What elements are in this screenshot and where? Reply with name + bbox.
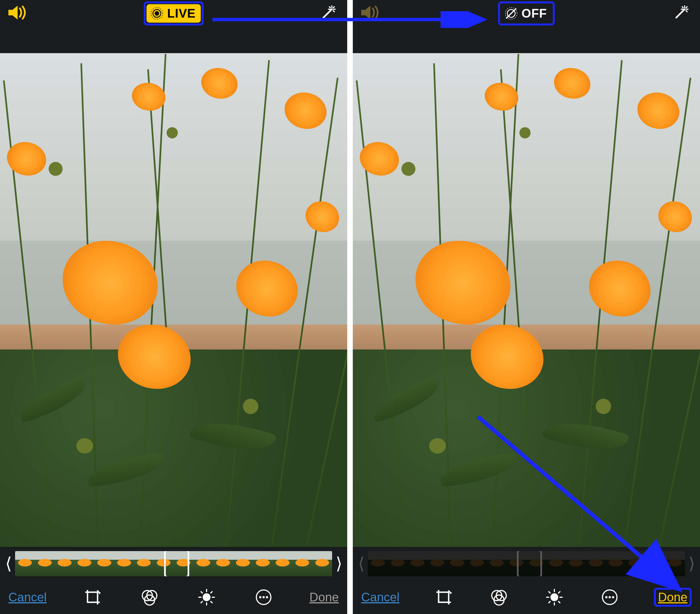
timeline-next-button[interactable]: ⟩ <box>333 551 345 576</box>
filters-button[interactable] <box>138 586 161 609</box>
svg-line-22 <box>211 592 212 593</box>
live-photo-toggle[interactable]: OFF <box>501 4 552 23</box>
svg-point-15 <box>203 593 211 601</box>
svg-point-25 <box>259 596 261 598</box>
timeline-prev-button: ⟨ <box>355 551 367 576</box>
timeline-strip <box>368 551 685 576</box>
cancel-button[interactable]: Cancel <box>8 590 47 604</box>
svg-line-48 <box>549 592 550 593</box>
speaker-icon <box>360 4 382 21</box>
adjust-dial-icon <box>198 588 215 606</box>
live-photo-off-icon <box>504 7 518 21</box>
svg-line-23 <box>201 601 202 603</box>
svg-line-37 <box>686 11 687 12</box>
bottom-toolbar: Cancel <box>0 580 347 614</box>
magic-wand-icon <box>316 5 336 25</box>
svg-line-31 <box>507 9 516 18</box>
live-photo-icon <box>150 7 164 21</box>
more-icon <box>601 588 618 606</box>
timeline-prev-button[interactable]: ⟨ <box>3 551 14 576</box>
more-button[interactable] <box>599 586 621 609</box>
live-label: OFF <box>522 7 547 21</box>
speaker-icon <box>7 4 29 21</box>
svg-marker-28 <box>361 5 371 20</box>
svg-line-50 <box>559 592 560 593</box>
done-button[interactable]: Done <box>310 590 339 604</box>
crop-icon <box>84 588 101 606</box>
live-toggle-highlight: OFF <box>498 1 555 25</box>
svg-point-43 <box>550 593 558 601</box>
auto-enhance-button[interactable] <box>669 5 689 25</box>
bottom-toolbar: Cancel <box>353 580 700 614</box>
top-toolbar: LIVE <box>0 0 347 53</box>
live-toggle-highlight: LIVE <box>144 1 203 25</box>
more-icon <box>255 588 273 606</box>
done-button-highlight: Done <box>654 588 692 607</box>
live-photo-toggle[interactable]: LIVE <box>147 4 201 23</box>
timeline-strip[interactable] <box>15 551 332 576</box>
timeline-playhead[interactable] <box>164 551 189 576</box>
svg-point-55 <box>612 596 614 598</box>
svg-line-51 <box>549 601 550 603</box>
auto-enhance-button[interactable] <box>316 5 336 25</box>
svg-line-38 <box>682 7 683 8</box>
svg-point-53 <box>605 596 608 598</box>
timeline-next-button: ⟩ <box>686 551 697 576</box>
crop-rotate-button[interactable] <box>82 586 104 609</box>
svg-point-54 <box>609 596 611 598</box>
photo-edit-screen-live-off: OFF <box>353 0 700 614</box>
photo-edit-screen-live-on: LIVE <box>0 0 347 614</box>
svg-line-21 <box>211 601 212 603</box>
svg-line-9 <box>333 11 334 12</box>
photo-preview[interactable] <box>0 53 347 547</box>
top-toolbar: OFF <box>353 0 700 53</box>
photo-preview[interactable] <box>353 53 700 547</box>
svg-line-8 <box>333 7 334 8</box>
done-button[interactable]: Done <box>658 590 687 604</box>
svg-line-32 <box>676 9 685 17</box>
svg-line-10 <box>329 7 330 8</box>
svg-line-36 <box>686 7 687 8</box>
magic-wand-icon <box>669 5 689 25</box>
filters-icon <box>141 588 159 606</box>
crop-icon <box>435 588 453 606</box>
svg-point-1 <box>154 11 159 16</box>
svg-point-26 <box>262 596 265 598</box>
cancel-button[interactable]: Cancel <box>361 590 399 604</box>
timeline-playhead <box>517 551 542 576</box>
adjust-button[interactable] <box>196 586 218 609</box>
svg-line-49 <box>559 601 560 603</box>
svg-line-4 <box>323 9 332 17</box>
more-button[interactable] <box>252 586 275 609</box>
key-photo-timeline: ⟨ ⟩ <box>353 547 700 580</box>
adjust-button[interactable] <box>543 586 565 609</box>
svg-line-20 <box>201 592 202 593</box>
adjust-dial-icon <box>546 588 563 606</box>
live-label: LIVE <box>167 7 196 21</box>
filters-button[interactable] <box>488 586 510 609</box>
key-photo-timeline[interactable]: ⟨ ⟩ <box>0 547 347 580</box>
filters-icon <box>490 588 508 606</box>
sound-button[interactable] <box>360 4 382 21</box>
crop-rotate-button[interactable] <box>433 586 455 609</box>
sound-button[interactable] <box>7 4 29 21</box>
svg-marker-0 <box>8 5 17 20</box>
svg-point-27 <box>266 596 268 598</box>
